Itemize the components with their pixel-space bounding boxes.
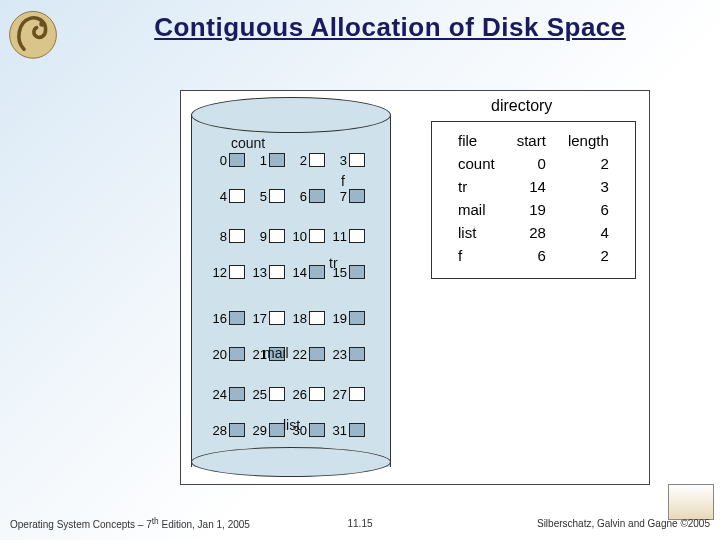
- disk-block-number: 16: [211, 311, 229, 326]
- disk-block-row: 4567: [211, 185, 371, 207]
- directory-cell-start: 19: [507, 199, 556, 220]
- disk-block-number: 29: [251, 423, 269, 438]
- disk-label-mail: mail: [263, 345, 289, 361]
- directory-cell-start: 0: [507, 153, 556, 174]
- disk-block-box-icon: [229, 347, 245, 361]
- directory-row: list284: [448, 222, 619, 243]
- disk-block-box-icon: [229, 189, 245, 203]
- disk-block-box-icon: [269, 387, 285, 401]
- disk-block-box-icon: [229, 265, 245, 279]
- disk-block-box-icon: [309, 189, 325, 203]
- disk-block: 6: [291, 185, 331, 207]
- disk-block: 25: [251, 383, 291, 405]
- disk-block: 2: [291, 149, 331, 171]
- svg-point-1: [39, 21, 44, 26]
- disk-block: 5: [251, 185, 291, 207]
- disk-block-box-icon: [229, 153, 245, 167]
- disk-block-row: 16171819: [211, 307, 371, 329]
- disk-block: 20: [211, 343, 251, 365]
- disk-block-number: 22: [291, 347, 309, 362]
- disk-block-box-icon: [269, 153, 285, 167]
- disk-block: 10: [291, 225, 331, 247]
- footer-page-number: 11.15: [347, 518, 372, 529]
- directory-row: tr143: [448, 176, 619, 197]
- disk-label-tr: tr: [329, 255, 338, 271]
- footer-left: Operating System Concepts – 7th Edition,…: [10, 516, 250, 530]
- disk-block: 12: [211, 261, 251, 283]
- disk-block: 31: [331, 419, 371, 441]
- disk-block-number: 9: [251, 229, 269, 244]
- disk-block: 23: [331, 343, 371, 365]
- disk-block-box-icon: [269, 265, 285, 279]
- directory-cell-length: 4: [558, 222, 619, 243]
- disk-block-row: 24252627: [211, 383, 371, 405]
- directory-table: file start length count02tr143mail196lis…: [431, 121, 636, 279]
- disk-block: 28: [211, 419, 251, 441]
- disk-block-number: 26: [291, 387, 309, 402]
- figure-frame: 0123456789101112131415161718192021222324…: [180, 90, 650, 485]
- disk-block-box-icon: [229, 311, 245, 325]
- disk-block: 0: [211, 149, 251, 171]
- disk-block: 3: [331, 149, 371, 171]
- directory-cell-length: 3: [558, 176, 619, 197]
- disk-block: 11: [331, 225, 371, 247]
- disk-block-box-icon: [349, 347, 365, 361]
- directory-cell-file: f: [448, 245, 505, 266]
- book-mascot-logo: [6, 6, 60, 60]
- directory-row: f62: [448, 245, 619, 266]
- disk-block: 17: [251, 307, 291, 329]
- disk-cylinder: 0123456789101112131415161718192021222324…: [191, 97, 391, 477]
- disk-block-number: 5: [251, 189, 269, 204]
- disk-block: 1: [251, 149, 291, 171]
- directory-cell-length: 2: [558, 153, 619, 174]
- disk-block-number: 27: [331, 387, 349, 402]
- disk-block-number: 14: [291, 265, 309, 280]
- disk-block-number: 11: [331, 229, 349, 244]
- directory-header-file: file: [448, 130, 505, 151]
- disk-block-number: 25: [251, 387, 269, 402]
- disk-block: 19: [331, 307, 371, 329]
- directory-cell-start: 6: [507, 245, 556, 266]
- disk-block-number: 13: [251, 265, 269, 280]
- disk-block-number: 1: [251, 153, 269, 168]
- slide-footer: Operating System Concepts – 7th Edition,…: [0, 512, 720, 534]
- disk-block-number: 7: [331, 189, 349, 204]
- directory-cell-file: mail: [448, 199, 505, 220]
- disk-block-number: 18: [291, 311, 309, 326]
- disk-block-number: 20: [211, 347, 229, 362]
- disk-block: 8: [211, 225, 251, 247]
- directory-cell-file: list: [448, 222, 505, 243]
- disk-block-row: 0123: [211, 149, 371, 171]
- directory-label: directory: [491, 97, 552, 115]
- disk-label-f: f: [341, 173, 345, 189]
- disk-block: 7: [331, 185, 371, 207]
- disk-block-number: 12: [211, 265, 229, 280]
- disk-block-number: 28: [211, 423, 229, 438]
- disk-block-box-icon: [309, 229, 325, 243]
- disk-label-list: list: [283, 417, 300, 433]
- disk-block-number: 23: [331, 347, 349, 362]
- directory-cell-length: 2: [558, 245, 619, 266]
- disk-block: 22: [291, 343, 331, 365]
- disk-block: 9: [251, 225, 291, 247]
- disk-blocks-grid: 0123456789101112131415161718192021222324…: [211, 149, 371, 459]
- disk-block-box-icon: [229, 229, 245, 243]
- disk-block: 4: [211, 185, 251, 207]
- disk-block-box-icon: [309, 423, 325, 437]
- directory-header-start: start: [507, 130, 556, 151]
- disk-block-number: 4: [211, 189, 229, 204]
- disk-block: 24: [211, 383, 251, 405]
- disk-block-number: 3: [331, 153, 349, 168]
- disk-block-box-icon: [349, 153, 365, 167]
- disk-block-box-icon: [349, 311, 365, 325]
- disk-block-number: 2: [291, 153, 309, 168]
- disk-block-box-icon: [349, 387, 365, 401]
- disk-block-number: 6: [291, 189, 309, 204]
- disk-block-box-icon: [269, 229, 285, 243]
- disk-label-count: count: [231, 135, 265, 151]
- directory-cell-file: tr: [448, 176, 505, 197]
- disk-block-box-icon: [269, 311, 285, 325]
- disk-block-box-icon: [349, 189, 365, 203]
- footer-right: Silberschatz, Galvin and Gagne ©2005: [537, 518, 710, 529]
- disk-block-box-icon: [309, 265, 325, 279]
